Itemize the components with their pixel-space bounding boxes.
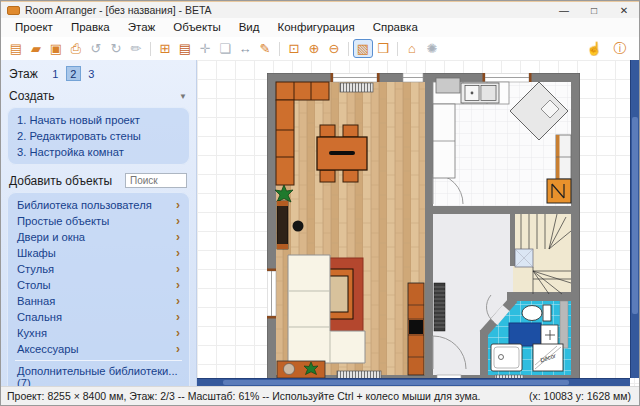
- menu-configuration[interactable]: Конфигурация: [269, 18, 364, 37]
- floor-button-3[interactable]: 3: [84, 66, 99, 81]
- horizontal-scrollbar[interactable]: [197, 378, 630, 386]
- minimize-button[interactable]: —: [549, 2, 579, 18]
- format-brush-icon[interactable]: ✏: [126, 39, 146, 58]
- zoom-selection-icon[interactable]: ⊡: [284, 39, 304, 58]
- status-bar: Проект: 8255 × 8400 мм, Этаж: 2/3 -- Мас…: [1, 386, 639, 405]
- app-logo-icon: [7, 6, 20, 15]
- chevron-right-icon: ›: [176, 344, 180, 354]
- menu-project[interactable]: Проект: [6, 18, 62, 37]
- edit-walls-icon[interactable]: ▤: [175, 39, 195, 58]
- library-item-label: Спальня: [17, 311, 62, 323]
- library-item-label: Библиотека пользователя: [17, 199, 152, 211]
- view-3d-icon[interactable]: ▧: [353, 39, 373, 58]
- library-panel: Библиотека пользователя›Простые объекты›…: [7, 192, 190, 386]
- sidebar: Этаж 123 Создать ▼ 1. Начать новый проек…: [1, 60, 197, 386]
- library-list: Библиотека пользователя›Простые объекты›…: [15, 197, 182, 357]
- chevron-right-icon: ›: [176, 264, 180, 274]
- library-item-kitchen[interactable]: Кухня›: [15, 325, 182, 341]
- vertical-scrollbar-thumb[interactable]: [632, 117, 638, 314]
- toolbar: ▤▰▣⎙↺↻✏⊞▤✛❏↔✎⊡⊕⊖▧❒⌂✺ ☝ⓘ: [1, 37, 639, 60]
- chevron-right-icon: ›: [176, 296, 180, 306]
- toolbar-separator: [150, 42, 151, 56]
- menu-help[interactable]: Справка: [364, 18, 427, 37]
- toolbar-right-group: ☝ⓘ: [584, 39, 634, 58]
- title-bar: Room Arranger - [без названия] - BETA —□…: [1, 1, 639, 18]
- floor-plan[interactable]: Décor: [267, 73, 580, 384]
- library-item-cabinets[interactable]: Шкафы›: [15, 245, 182, 261]
- menu-view[interactable]: Вид: [230, 18, 269, 37]
- library-item-accessories[interactable]: Аксессуары›: [15, 341, 182, 357]
- create-link-start-new-project[interactable]: 1. Начать новый проект: [15, 112, 182, 128]
- floor-label: Этаж: [9, 67, 38, 81]
- info-icon[interactable]: ⓘ: [610, 39, 630, 58]
- floor-buttons: 123: [48, 66, 99, 81]
- window-title: Room Arranger - [без названия] - BETA: [25, 4, 212, 16]
- library-item-bedroom[interactable]: Спальня›: [15, 309, 182, 325]
- floor-selector: Этаж 123: [9, 66, 190, 81]
- library-item-doors-windows[interactable]: Двери и окна›: [15, 229, 182, 245]
- library-item-label: Двери и окна: [17, 231, 85, 243]
- section-add-objects[interactable]: Добавить объекты: [7, 170, 190, 191]
- home-view-icon[interactable]: ⌂: [402, 39, 422, 58]
- library-item-user-library[interactable]: Библиотека пользователя›: [15, 197, 182, 213]
- section-create[interactable]: Создать ▼: [7, 86, 190, 106]
- close-button[interactable]: ✕: [609, 2, 639, 18]
- library-item-label: Стулья: [17, 263, 54, 275]
- maximize-button[interactable]: □: [579, 2, 609, 18]
- floor-button-1[interactable]: 1: [48, 66, 63, 81]
- status-coordinates: (x: 10083 y: 1628 мм): [529, 390, 631, 402]
- edit-rooms-icon[interactable]: ⊞: [155, 39, 175, 58]
- vertical-scrollbar[interactable]: [630, 60, 639, 378]
- main-area: Этаж 123 Создать ▼ 1. Начать новый проек…: [1, 60, 639, 386]
- floor-button-2[interactable]: 2: [66, 66, 81, 81]
- undo-icon[interactable]: ↺: [86, 39, 106, 58]
- menu-floor[interactable]: Этаж: [119, 18, 165, 37]
- menu-objects[interactable]: Объекты: [164, 18, 229, 37]
- app-window: Room Arranger - [без названия] - BETA —□…: [0, 0, 640, 406]
- collapse-caret-icon[interactable]: ▼: [179, 92, 187, 101]
- create-panel: 1. Начать новый проект2. Редактировать с…: [7, 107, 190, 165]
- create-link-edit-walls[interactable]: 2. Редактировать стены: [15, 128, 182, 144]
- hallway-radiator[interactable]: [434, 283, 445, 331]
- chevron-right-icon: ›: [176, 328, 180, 338]
- library-item-chairs[interactable]: Стулья›: [15, 261, 182, 277]
- menu-edit[interactable]: Правка: [62, 18, 119, 37]
- toolbar-separator: [397, 42, 398, 56]
- walkthrough-icon[interactable]: ✺: [422, 39, 442, 58]
- plan-canvas[interactable]: Décor: [197, 60, 639, 386]
- chevron-right-icon: ›: [176, 200, 180, 210]
- print-icon[interactable]: ⎙: [66, 39, 86, 58]
- save-project-icon[interactable]: ▣: [46, 39, 66, 58]
- draw-walls-icon[interactable]: ✎: [255, 39, 275, 58]
- copy-objects-icon[interactable]: ❏: [215, 39, 235, 58]
- toolbar-separator: [348, 42, 349, 56]
- library-item-bathroom[interactable]: Ванная›: [15, 293, 182, 309]
- zoom-out-icon[interactable]: ⊖: [324, 39, 344, 58]
- chevron-right-icon: ›: [176, 232, 180, 242]
- toolbar-separator: [279, 42, 280, 56]
- toolbar-main-group: ▤▰▣⎙↺↻✏⊞▤✛❏↔✎⊡⊕⊖▧❒⌂✺: [6, 39, 442, 58]
- view-3d-objects-icon[interactable]: ❒: [373, 39, 393, 58]
- window-controls: —□✕: [549, 2, 639, 18]
- chevron-right-icon: ›: [176, 248, 180, 258]
- section-add-objects-title: Добавить объекты: [9, 174, 112, 188]
- chevron-right-icon: ›: [176, 312, 180, 322]
- measure-icon[interactable]: ↔: [235, 39, 255, 58]
- create-link-room-setup[interactable]: 3. Настройка комнат: [15, 144, 182, 160]
- new-project-icon[interactable]: ▤: [6, 39, 26, 58]
- additional-libraries-link[interactable]: Дополнительные библиотеки... (7): [15, 360, 182, 386]
- redo-icon[interactable]: ↻: [106, 39, 126, 58]
- edit-points-icon[interactable]: ✛: [195, 39, 215, 58]
- chevron-right-icon: ›: [176, 280, 180, 290]
- horizontal-scrollbar-thumb[interactable]: [223, 380, 569, 385]
- library-item-tables[interactable]: Столы›: [15, 277, 182, 293]
- library-item-label: Шкафы: [17, 247, 56, 259]
- pointer-mode-icon[interactable]: ☝: [584, 39, 604, 58]
- library-item-simple-objects[interactable]: Простые объекты›: [15, 213, 182, 229]
- library-item-label: Столы: [17, 279, 51, 291]
- chevron-right-icon: ›: [176, 216, 180, 226]
- open-project-icon[interactable]: ▰: [26, 39, 46, 58]
- library-item-label: Аксессуары: [17, 343, 78, 355]
- zoom-in-icon[interactable]: ⊕: [304, 39, 324, 58]
- search-input[interactable]: [125, 173, 187, 188]
